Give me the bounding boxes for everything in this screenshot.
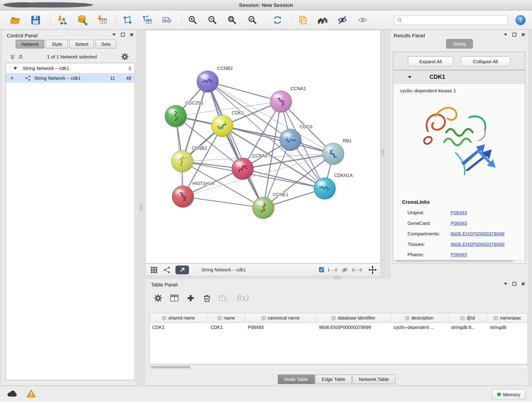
collapse-all-networks-icon[interactable]	[10, 54, 15, 59]
network-collection-row[interactable]: String Network – cdk1 1	[6, 63, 135, 73]
network-node-CDKN1A[interactable]	[314, 178, 336, 199]
crosslink-link[interactable]: P06493	[451, 210, 467, 216]
cell-shared-name[interactable]: CDK1	[150, 323, 208, 332]
tab-node-table[interactable]: Node Table	[278, 375, 315, 384]
search-input[interactable]	[402, 17, 499, 23]
network-options-gear-icon[interactable]	[121, 53, 129, 61]
panel-menu-icon[interactable]	[112, 33, 116, 36]
zoom-fit-button[interactable]	[225, 12, 239, 27]
import-table-from-file-button[interactable]	[95, 12, 110, 27]
network-node-CDC6[interactable]	[279, 129, 301, 151]
network-edge-CCNE1-HIST1H1A[interactable]	[183, 197, 263, 208]
network-node-HIST1H1A[interactable]	[172, 186, 194, 207]
column-header[interactable]: canonical name	[245, 313, 316, 322]
disclosure-triangle-icon[interactable]	[13, 66, 17, 70]
tab-network-table[interactable]: Network Table	[353, 375, 395, 384]
network-node-CCNE1[interactable]	[253, 197, 274, 219]
cell-id[interactable]: stringdb:9...	[448, 323, 487, 332]
column-header[interactable]: namespac	[487, 313, 528, 322]
tab-select[interactable]: Select	[70, 40, 94, 49]
panel-float-icon[interactable]	[512, 32, 516, 37]
cell-namespace[interactable]: stringdb	[487, 323, 528, 332]
panel-close-icon[interactable]	[130, 32, 134, 37]
cell-description[interactable]: cyclin–dependent ...	[391, 323, 448, 332]
selected-nodes-checkbox[interactable]	[319, 267, 324, 272]
collapse-all-button[interactable]: Collapse All	[461, 56, 510, 66]
panel-close-icon[interactable]	[521, 282, 525, 286]
new-network-button[interactable]	[120, 12, 135, 27]
table-options-gear-icon[interactable]	[151, 291, 165, 305]
zoom-in-button[interactable]	[185, 12, 200, 27]
crosslink-link[interactable]: P06493	[451, 220, 467, 226]
network-node-CDC25B[interactable]	[165, 105, 187, 127]
network-node-RB1[interactable]	[322, 143, 344, 165]
network-canvas[interactable]: CCNB2CCNA1CDC25BCDK1CDC6RB1CCNB1CCNA2CDK…	[145, 30, 381, 263]
expand-all-networks-icon[interactable]	[18, 54, 23, 59]
panel-float-icon[interactable]	[121, 32, 125, 37]
import-network-from-database-button[interactable]	[75, 12, 89, 27]
birdseye-grid-icon[interactable]	[150, 266, 158, 274]
column-header[interactable]: @id	[448, 313, 487, 322]
disclosure-triangle-icon[interactable]	[408, 75, 412, 79]
detach-view-button[interactable]	[176, 265, 189, 274]
help-button[interactable]: ?	[515, 15, 525, 25]
column-header[interactable]: description	[391, 313, 448, 322]
network-row-selected[interactable]: String Network – cdk1 11 48	[6, 73, 135, 83]
splitter-grip[interactable]	[381, 149, 384, 156]
network-glyph-icon[interactable]	[163, 266, 171, 274]
tab-sets[interactable]: Sets	[95, 40, 117, 49]
splitter-grip[interactable]	[140, 204, 143, 210]
column-header[interactable]: database identifier	[316, 313, 391, 322]
save-session-button[interactable]	[28, 12, 43, 27]
network-node-CDK1[interactable]	[211, 115, 233, 137]
tab-edge-table[interactable]: Edge Table	[315, 375, 352, 384]
cell-canonical-name[interactable]: P06493	[245, 323, 316, 332]
tab-network[interactable]: Network	[16, 40, 44, 49]
open-session-button[interactable]	[8, 12, 23, 27]
splitter-grip[interactable]	[335, 276, 341, 279]
expand-all-button[interactable]: Expand All	[408, 56, 453, 66]
zoom-selected-button[interactable]	[245, 12, 260, 27]
panel-menu-icon[interactable]	[504, 283, 508, 285]
network-edge-CCNB2-CCNE1[interactable]	[208, 82, 263, 208]
cell-name[interactable]: CDK1	[208, 323, 245, 332]
panel-float-icon[interactable]	[512, 282, 516, 286]
table-row[interactable]: CDK1 CDK1 P06493 9606.ENSP00000378699 cy…	[150, 323, 528, 332]
show-glass-button[interactable]	[355, 12, 370, 27]
network-node-CCNB2[interactable]	[197, 70, 219, 92]
apply-layout-button[interactable]	[270, 12, 285, 27]
copy-document-button[interactable]	[296, 12, 310, 27]
hide-glass-button[interactable]	[335, 12, 350, 27]
import-network-from-file-button[interactable]	[54, 12, 69, 27]
network-and-table-button[interactable]	[139, 12, 154, 27]
scrollbar-thumb[interactable]	[151, 366, 191, 368]
zoom-out-button[interactable]	[205, 12, 220, 27]
column-header[interactable]: shared name	[150, 313, 208, 322]
tab-string[interactable]: String	[446, 39, 473, 48]
create-column-plus-icon[interactable]	[184, 291, 197, 305]
network-node-CCNB1[interactable]	[171, 150, 193, 172]
cell-database-identifier[interactable]: 9606.ENSP00000378699	[316, 323, 391, 332]
crosslink-link[interactable]: 9606.ENSP00000378699	[451, 241, 505, 247]
tab-style[interactable]: Style	[46, 40, 68, 49]
results-horizontal-scrollbar[interactable]	[394, 260, 524, 262]
export-network-image-button[interactable]	[159, 12, 174, 27]
string-home-button[interactable]	[315, 12, 330, 27]
panel-close-icon[interactable]	[521, 32, 525, 37]
table-horizontal-scrollbar[interactable]	[149, 365, 528, 370]
network-node-CCNA2[interactable]	[232, 158, 253, 180]
cloud-icon[interactable]	[7, 389, 18, 398]
column-header[interactable]: name	[208, 313, 245, 322]
gene-section-header[interactable]: CDK1	[393, 70, 525, 84]
panel-menu-icon[interactable]	[504, 33, 508, 36]
crosslink-link[interactable]: 9606.ENSP00000378699	[451, 231, 505, 236]
crosslink-link[interactable]: P06493	[451, 252, 467, 257]
memory-button[interactable]: Memory	[492, 389, 525, 400]
show-columns-icon[interactable]	[168, 291, 181, 305]
network-edge-CDK1-RB1[interactable]	[222, 126, 333, 154]
pan-move-icon[interactable]	[368, 265, 377, 274]
hidden-eye-slash-icon[interactable]	[341, 266, 349, 273]
delete-column-trash-icon[interactable]	[200, 291, 214, 305]
warning-icon[interactable]	[27, 389, 36, 398]
network-node-CCNA1[interactable]	[270, 91, 292, 113]
